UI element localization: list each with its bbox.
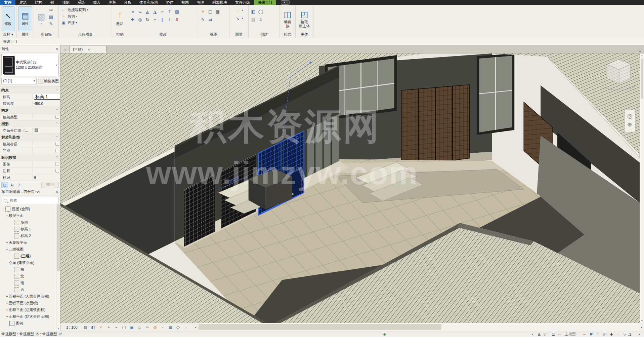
split-element-icon[interactable]: ∥ xyxy=(159,16,165,23)
tab-insert[interactable]: 插入 xyxy=(89,0,104,5)
tab-massing-site[interactable]: 体量和场地 xyxy=(135,0,162,5)
property-row-image[interactable]: 图像 xyxy=(0,161,60,167)
analytical-model-icon[interactable]: ◇ xyxy=(175,324,182,330)
tree-item-area-gross[interactable]: +面积平面 (总建筑面积) xyxy=(0,306,60,313)
model-canvas[interactable]: 150.0 200.0 积木资源网 www.jimzyw.com xyxy=(60,53,640,323)
edit-family-button[interactable]: ◫ 编辑族 xyxy=(282,6,294,31)
sort-ascending-button[interactable]: A↓ xyxy=(9,182,16,188)
view-tab-list-icon[interactable]: ▾ xyxy=(636,50,644,53)
delete-icon[interactable]: ✗ xyxy=(174,16,180,23)
temporary-view-properties-icon[interactable]: ▫ xyxy=(159,324,166,330)
sort-descending-button[interactable]: Z↓ xyxy=(17,182,24,188)
type-selector[interactable]: 中式双扇门3 1200 x 2100mm ▾ xyxy=(1,54,59,76)
type-selector-caret-icon[interactable]: ▾ xyxy=(56,64,57,67)
cut-geometry-button[interactable]: ◔ 剪切 ▾ xyxy=(60,13,77,19)
property-row-mark[interactable]: 标记9 xyxy=(0,174,60,181)
tree-item-west[interactable]: 西 xyxy=(0,286,60,293)
tab-precast[interactable]: 预制 xyxy=(58,0,74,5)
home-icon[interactable]: ⌂ xyxy=(60,46,70,53)
tree-item-east[interactable]: 东 xyxy=(0,266,60,273)
temporary-hide-isolate-icon[interactable]: ∞ xyxy=(144,324,151,330)
view-box-icon[interactable]: ▢ xyxy=(207,8,213,14)
design-options-icon[interactable]: ≣ xyxy=(550,332,557,337)
mirror-draw-axis-icon[interactable]: ◮ xyxy=(152,8,158,14)
property-group-constraints[interactable]: 约束⌃ xyxy=(0,87,60,93)
copy-icon[interactable]: ▦ xyxy=(48,14,54,20)
crop-view-icon[interactable]: ▢ xyxy=(121,324,128,330)
element-filter-dropdown[interactable]: 门 (1) ▾ xyxy=(1,78,37,84)
tree-item-area-fire[interactable]: +面积平面 (防火分区面积) xyxy=(0,313,60,320)
select-pinned-icon[interactable]: ⊤ xyxy=(595,332,601,337)
select-links-icon[interactable]: ∞ xyxy=(581,332,588,337)
property-group-graphics[interactable]: 图形⌃ xyxy=(0,120,60,127)
tree-item-area-civil-defense[interactable]: +面积平面 (人防分区面积) xyxy=(0,293,60,300)
linework-icon[interactable]: ✎ xyxy=(200,16,206,23)
activate-dimensions-button[interactable]: ⊺ 激活 xyxy=(114,6,126,31)
panel-label-select[interactable]: 选择 ▾ xyxy=(0,32,16,37)
paste-button[interactable]: ▧ ▾ xyxy=(36,6,47,31)
tab-addins[interactable]: 附加模块 xyxy=(208,0,231,5)
scale-control[interactable]: 1 : 100 xyxy=(62,324,81,331)
tab-analyze[interactable]: 分析 xyxy=(120,0,135,5)
tab-structure[interactable]: 结构 xyxy=(31,0,46,5)
associate-param-box[interactable] xyxy=(55,115,59,119)
cut-icon[interactable]: ✂ xyxy=(48,7,54,13)
property-group-construction[interactable]: 构造⌃ xyxy=(0,107,60,114)
associate-param-box[interactable] xyxy=(55,142,59,146)
tree-item-site[interactable]: 场地 xyxy=(0,219,60,226)
shadows-icon[interactable]: ◑ xyxy=(105,324,112,330)
tab-view[interactable]: 视图 xyxy=(177,0,193,5)
associate-param-box[interactable] xyxy=(55,162,59,166)
property-group-materials[interactable]: 材质和装饰⌃ xyxy=(0,134,60,141)
tab-architecture[interactable]: 建筑 xyxy=(15,0,31,5)
visual-style-icon[interactable]: ◧ xyxy=(90,324,97,330)
copy-elements-icon[interactable]: ◎ xyxy=(137,16,143,23)
trim-extend-icon[interactable]: ⌐ xyxy=(152,16,158,23)
tree-item-area-net[interactable]: +面积平面 (净面积) xyxy=(0,300,60,306)
measure-icon[interactable]: ↔ xyxy=(234,7,241,13)
scroll-left-icon[interactable]: ◂ xyxy=(193,326,198,329)
property-group-identity[interactable]: 标识数据⌃ xyxy=(0,154,60,161)
editing-requests-icon[interactable]: ♙ xyxy=(536,332,543,337)
scroll-down-icon[interactable]: ▾ xyxy=(56,327,60,331)
rotate-icon[interactable]: ↻ xyxy=(144,16,151,23)
tree-item-views-root[interactable]: −视图 (全部) xyxy=(0,205,60,212)
associate-param-box[interactable] xyxy=(55,149,59,152)
project-browser-close-icon[interactable]: ✕ xyxy=(56,190,58,194)
tab-steel[interactable]: 钢 xyxy=(46,0,58,5)
checkbox-checked[interactable]: ✓ xyxy=(35,128,38,132)
tree-item-3d-views[interactable]: −三维视图 xyxy=(0,246,60,253)
property-row-sill-height[interactable]: 底高度450.0 xyxy=(0,100,60,107)
reveal-hidden-elements-icon[interactable]: ◍ xyxy=(152,324,159,330)
pin-icon[interactable]: ⊤ xyxy=(167,8,173,14)
apply-button[interactable]: 应用 xyxy=(41,182,59,188)
ribbon-collapse-button[interactable]: ▲ ▾ xyxy=(281,0,290,5)
scroll-down-icon[interactable]: ▾ xyxy=(640,319,644,323)
associate-param-box[interactable] xyxy=(55,169,59,173)
modify-tool-button[interactable]: ↖ 修改 xyxy=(2,6,14,31)
search-input[interactable] xyxy=(9,198,58,203)
filter-icon[interactable]: ▽ xyxy=(621,332,628,337)
array-icon[interactable]: ▩ xyxy=(174,8,180,14)
select-underlay-icon[interactable]: ✖ xyxy=(588,332,595,337)
cope-icon[interactable]: ⌐ xyxy=(159,8,165,14)
match-type-icon[interactable]: ✎ xyxy=(48,21,54,27)
tab-modify-door[interactable]: 修改 | 门 xyxy=(254,0,276,5)
show-crop-region-icon[interactable]: ▣ xyxy=(128,324,135,330)
drag-on-selection-icon[interactable]: ✚ xyxy=(608,332,615,337)
tab-systems[interactable]: 系统 xyxy=(74,0,89,5)
worksharing-display-icon[interactable]: ▦ xyxy=(167,324,174,330)
sun-path-icon[interactable]: ☀ xyxy=(97,324,104,330)
tab-manage[interactable]: 管理 xyxy=(193,0,208,5)
align-icon[interactable]: ≡ xyxy=(130,8,136,14)
create-group-icon[interactable]: ◧ xyxy=(250,8,256,14)
move-icon[interactable]: ✚ xyxy=(130,16,136,23)
property-row-finish[interactable]: 完成 xyxy=(0,147,60,154)
tab-file[interactable]: 文件 xyxy=(0,0,15,5)
property-row-comments[interactable]: 注释 xyxy=(0,167,60,174)
mirror-pick-axis-icon[interactable]: ◭ xyxy=(144,8,151,14)
tree-item-elevations[interactable]: −立面 (建筑立面) xyxy=(0,259,60,266)
canvas-horizontal-scrollbar[interactable]: ◂ ▸ xyxy=(193,323,644,331)
properties-toggle-button[interactable]: ▤ 属性 xyxy=(18,6,32,31)
canvas-vertical-scrollbar[interactable]: ▴ ▾ xyxy=(640,53,644,323)
